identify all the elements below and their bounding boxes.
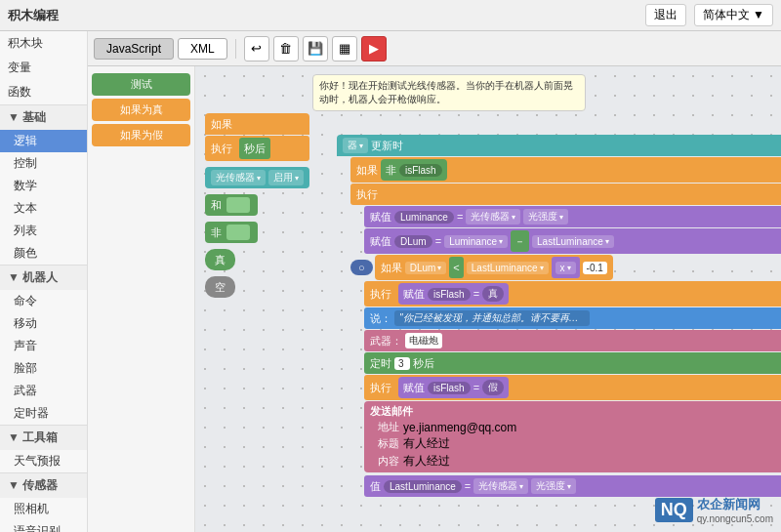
- sidebar-item-funcs[interactable]: 函数: [0, 80, 87, 104]
- if-body: 执行 赋值 isFlash = 真 说：: [364, 281, 781, 472]
- mail-content-row: 内容 有人经过: [378, 453, 781, 470]
- sidebar-section-basic: ▼ 基础: [0, 104, 87, 130]
- mail-addr-value: ye.jianmeng@qq.com: [403, 421, 516, 434]
- sidebar-item-weapon[interactable]: 武器: [0, 380, 87, 402]
- lastlum-dd[interactable]: LastLuminance ▾: [532, 235, 614, 248]
- sidebar: 积木块 变量 函数 ▼ 基础 逻辑 控制 数学 文本 列表 颜色 ▼ 机器人 命…: [0, 31, 88, 532]
- assign2-label: 赋值: [370, 234, 391, 249]
- eq5: =: [465, 480, 471, 492]
- palette-block-if-false[interactable]: 如果为假: [92, 124, 190, 146]
- content-area: JavaScript XML ↩ 🗑 💾 ▦ ▶ 测试 如果为真 如果为假 你好…: [88, 31, 781, 532]
- sensor-dd3[interactable]: 光传感器 ▾: [473, 478, 528, 494]
- block-lt[interactable]: <: [449, 257, 463, 278]
- sidebar-item-weather[interactable]: 天气预报: [0, 450, 87, 472]
- block-assign-dlum[interactable]: 赋值 DLum = Luminance ▾ － LastLuminance ▾: [364, 228, 781, 254]
- isflash-pill: isFlash: [399, 164, 442, 177]
- block-and[interactable]: 和: [205, 194, 258, 216]
- block-wait[interactable]: 秒后: [239, 138, 270, 159]
- sidebar-item-vars[interactable]: 变量: [0, 56, 87, 80]
- qr-button[interactable]: ▦: [332, 36, 357, 61]
- sidebar-item-math[interactable]: 数学: [0, 175, 87, 197]
- sidebar-item-camera[interactable]: 照相机: [0, 498, 87, 520]
- true-pill: 真: [482, 286, 504, 302]
- x-dd[interactable]: x ▾: [555, 262, 576, 274]
- dlum-var: DLum: [394, 235, 432, 248]
- save-button[interactable]: 💾: [303, 36, 328, 61]
- lang-button[interactable]: 简体中文 ▼: [694, 4, 773, 26]
- block-true[interactable]: 真: [205, 249, 235, 270]
- weapon-value: 电磁炮: [405, 333, 442, 348]
- sidebar-item-move[interactable]: 移动: [0, 312, 87, 335]
- tab-javascript[interactable]: JavaScript: [94, 38, 174, 60]
- sidebar-section-sensor: ▼ 传感器: [0, 472, 87, 498]
- strength-dd3[interactable]: 光强度 ▾: [531, 478, 576, 494]
- delete-button[interactable]: 🗑: [273, 36, 299, 61]
- sensor-update-dropdown[interactable]: 器 ▾: [343, 138, 368, 153]
- and-row: 和: [205, 194, 309, 216]
- watermark-url: qy.nongcun5.com: [697, 513, 773, 524]
- block-assign-isflash-true[interactable]: 赋值 isFlash = 真: [398, 283, 509, 305]
- eq2: =: [435, 235, 441, 247]
- if2-label: 如果: [356, 163, 378, 178]
- sidebar-item-control[interactable]: 控制: [0, 152, 87, 175]
- mail-subject-label: 标题: [378, 436, 399, 451]
- block-if-isflash[interactable]: 如果 非 isFlash: [350, 157, 781, 183]
- run-button[interactable]: ▶: [361, 36, 387, 61]
- block-sensor-enable[interactable]: 光传感器 ▾ 启用 ▾: [205, 167, 309, 188]
- enable-dropdown[interactable]: 启用 ▾: [268, 170, 304, 185]
- luminance-dd2[interactable]: Luminance ▾: [444, 235, 508, 248]
- block-exec4[interactable]: 执行 赋值 isFlash = 假: [364, 375, 781, 400]
- dlum-dd2[interactable]: DLum ▾: [405, 262, 447, 274]
- if3-label: 如果: [381, 261, 402, 275]
- block-not-inner[interactable]: 非 isFlash: [381, 159, 447, 181]
- lastlum-dd2[interactable]: LastLuminance ▾: [467, 262, 549, 274]
- canvas-area[interactable]: 你好！现在开始测试光线传感器。当你的手在机器人前面晃动时，机器人会开枪做响应。 …: [195, 66, 781, 532]
- sidebar-item-command[interactable]: 命令: [0, 290, 87, 312]
- sidebar-item-blocks[interactable]: 积木块: [0, 31, 87, 56]
- empty-label: 空: [215, 280, 226, 295]
- sidebar-item-face[interactable]: 脸部: [0, 357, 87, 380]
- strength-dd1[interactable]: 光强度 ▾: [523, 209, 568, 225]
- block-timer[interactable]: 定时 3 秒后: [364, 352, 781, 374]
- palette-block-if-true[interactable]: 如果为真: [92, 99, 190, 121]
- block-if-dlum[interactable]: 如果 DLum ▾ < LastLuminance ▾ x ▾ -0.1: [375, 255, 613, 280]
- block-if-start[interactable]: 如果: [205, 113, 309, 135]
- not-label: 非: [211, 225, 222, 240]
- block-send-mail[interactable]: 发送邮件 地址 ye.jianmeng@qq.com 标题 有人经过 内容: [364, 401, 781, 472]
- sidebar-item-list[interactable]: 列表: [0, 220, 87, 242]
- isflash-pill2: isFlash: [428, 288, 471, 301]
- block-minus[interactable]: －: [511, 230, 529, 252]
- true-label: 真: [215, 253, 226, 267]
- sidebar-item-text[interactable]: 文本: [0, 197, 87, 220]
- sidebar-item-timer[interactable]: 定时器: [0, 402, 87, 425]
- sidebar-item-color[interactable]: 颜色: [0, 242, 87, 265]
- block-exec3[interactable]: 执行 赋值 isFlash = 真: [364, 281, 781, 307]
- sidebar-item-voice[interactable]: 语音识别: [0, 520, 87, 532]
- block-empty[interactable]: 空: [205, 276, 235, 298]
- workspace[interactable]: 测试 如果为真 如果为假 你好！现在开始测试光线传感器。当你的手在机器人前面晃动…: [88, 66, 781, 532]
- timer-label: 定时: [370, 356, 391, 371]
- sensor-dd1[interactable]: 光传感器 ▾: [466, 209, 520, 225]
- sidebar-item-sound[interactable]: 声音: [0, 335, 87, 357]
- palette-block-test[interactable]: 测试: [92, 73, 190, 96]
- circle-if-icon: ○: [350, 260, 373, 275]
- block-updater[interactable]: 器 ▾ 更新时: [337, 135, 781, 156]
- block-weapon[interactable]: 武器： 电磁炮: [364, 330, 781, 351]
- sidebar-item-logic[interactable]: 逻辑: [0, 130, 87, 152]
- undo-button[interactable]: ↩: [244, 36, 269, 61]
- isflash-pill3: isFlash: [428, 382, 471, 394]
- mail-content-value: 有人经过: [403, 453, 450, 470]
- block-assign-luminance[interactable]: 赋值 Luminance = 光传感器 ▾ 光强度 ▾: [364, 206, 781, 227]
- block-assign-isflash-false[interactable]: 赋值 isFlash = 假: [398, 377, 509, 398]
- block-assign-lastlum[interactable]: 值 LastLuminance = 光传感器 ▾ 光强度 ▾: [364, 475, 781, 497]
- block-not[interactable]: 非: [205, 222, 258, 243]
- mail-addr-label: 地址: [378, 420, 399, 434]
- tab-xml[interactable]: XML: [178, 38, 227, 60]
- block-say[interactable]: 说： "你已经被发现，并通知总部。请不要再靠近": [364, 307, 781, 329]
- say-text-content: "你已经被发现，并通知总部。请不要再靠近": [399, 312, 590, 323]
- logout-button[interactable]: 退出: [645, 4, 686, 26]
- sensor-dropdown[interactable]: 光传感器 ▾: [211, 170, 266, 185]
- block-exec[interactable]: 执行 秒后: [205, 136, 309, 161]
- block-x[interactable]: x ▾: [552, 257, 580, 278]
- block-exec2[interactable]: 执行: [350, 184, 781, 205]
